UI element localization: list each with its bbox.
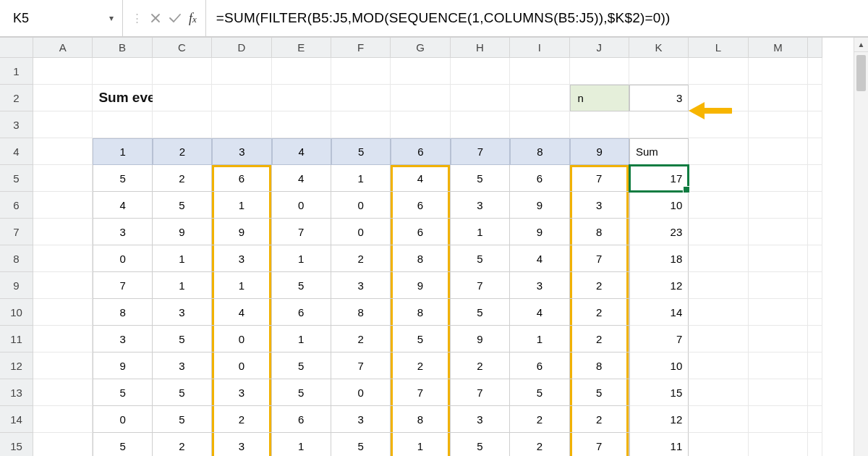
column-header[interactable]: J [570,38,629,58]
data-cell[interactable]: 5 [272,272,331,299]
data-cell[interactable]: 8 [331,299,391,326]
column-header[interactable]: C [153,38,212,58]
data-cell[interactable]: 4 [93,192,152,219]
data-cell[interactable]: 8 [391,245,450,272]
empty-cell[interactable] [212,85,271,111]
column-header[interactable]: D [212,38,271,58]
data-cell[interactable]: 1 [510,326,569,352]
data-cell[interactable]: 4 [510,245,569,272]
empty-cell[interactable] [391,58,450,85]
data-cell[interactable]: 2 [570,406,629,433]
empty-cell[interactable] [749,219,808,245]
data-cell[interactable]: 9 [451,326,510,352]
n-value-cell[interactable]: 3 [629,85,689,111]
empty-cell[interactable] [212,58,271,85]
data-cell[interactable]: 5 [451,299,510,326]
empty-cell[interactable] [689,165,748,192]
empty-cell[interactable] [33,299,93,326]
data-cell[interactable]: 3 [93,326,152,352]
empty-cell[interactable] [749,138,808,165]
empty-cell[interactable] [331,58,391,85]
data-cell[interactable]: 5 [272,352,331,379]
empty-cell[interactable] [749,272,808,299]
empty-cell[interactable] [331,111,391,138]
empty-cell[interactable] [451,111,510,138]
column-header[interactable]: I [510,38,569,58]
data-cell[interactable]: 6 [510,165,569,192]
empty-cell[interactable] [749,433,808,456]
data-cell[interactable]: 2 [510,433,569,456]
data-cell[interactable]: 2 [153,433,212,456]
empty-cell[interactable] [689,379,748,406]
data-cell[interactable]: 1 [272,326,331,352]
empty-cell[interactable] [33,192,93,219]
data-cell[interactable]: 5 [451,165,510,192]
data-cell[interactable]: 0 [93,406,152,433]
empty-cell[interactable] [33,85,93,111]
data-cell[interactable]: 3 [212,245,271,272]
data-cell[interactable]: 2 [451,352,510,379]
data-cell[interactable]: 7 [570,245,629,272]
sum-cell[interactable]: 23 [629,219,689,245]
empty-cell[interactable] [33,165,93,192]
empty-cell[interactable] [272,58,331,85]
empty-cell[interactable] [33,58,93,85]
empty-cell[interactable] [33,245,93,272]
scroll-thumb[interactable] [856,55,866,91]
data-cell[interactable]: 8 [391,299,450,326]
sum-cell[interactable]: 12 [629,272,689,299]
empty-cell[interactable] [33,433,93,456]
column-header[interactable]: B [93,38,152,58]
chevron-down-icon[interactable]: ▾ [109,13,114,23]
data-cell[interactable]: 7 [570,433,629,456]
data-cell[interactable]: 2 [570,326,629,352]
empty-cell[interactable] [749,85,808,111]
data-cell[interactable]: 5 [510,379,569,406]
name-box[interactable]: K5 ▾ [0,0,123,36]
empty-cell[interactable] [749,352,808,379]
data-cell[interactable]: 2 [212,406,271,433]
data-cell[interactable]: 6 [391,192,450,219]
empty-cell[interactable] [689,352,748,379]
empty-cell[interactable] [510,111,569,138]
data-cell[interactable]: 7 [272,219,331,245]
row-header[interactable]: 15 [0,433,33,456]
data-cell[interactable]: 7 [451,379,510,406]
empty-cell[interactable] [749,326,808,352]
data-cell[interactable]: 1 [331,165,391,192]
data-cell[interactable]: 7 [570,165,629,192]
sum-cell[interactable]: 12 [629,406,689,433]
row-header[interactable]: 3 [0,111,33,138]
row-header[interactable]: 9 [0,272,33,299]
vertical-scrollbar[interactable]: ▲ [854,38,868,456]
empty-cell[interactable] [272,85,331,111]
row-header[interactable]: 5 [0,165,33,192]
data-cell[interactable]: 3 [510,272,569,299]
data-cell[interactable]: 5 [93,379,152,406]
data-cell[interactable]: 1 [272,245,331,272]
data-cell[interactable]: 7 [451,272,510,299]
sum-cell[interactable]: 7 [629,326,689,352]
data-cell[interactable]: 1 [272,433,331,456]
data-cell[interactable]: 3 [153,352,212,379]
data-cell[interactable]: 5 [153,192,212,219]
data-cell[interactable]: 6 [391,219,450,245]
empty-cell[interactable] [510,85,569,111]
data-cell[interactable]: 0 [331,219,391,245]
data-cell[interactable]: 6 [212,165,271,192]
data-cell[interactable]: 0 [331,192,391,219]
empty-cell[interactable] [749,245,808,272]
empty-cell[interactable] [33,111,93,138]
empty-cell[interactable] [33,379,93,406]
data-cell[interactable]: 8 [391,406,450,433]
data-cell[interactable]: 3 [331,272,391,299]
empty-cell[interactable] [33,326,93,352]
data-cell[interactable]: 2 [570,299,629,326]
empty-cell[interactable] [689,138,748,165]
row-header[interactable]: 1 [0,58,33,85]
fx-icon[interactable]: fx [189,11,197,26]
sum-cell[interactable]: 10 [629,352,689,379]
formula-input[interactable]: =SUM(FILTER(B5:J5,MOD(SEQUENCE(1,COLUMNS… [206,0,868,36]
column-header[interactable]: H [451,38,510,58]
data-cell[interactable]: 4 [272,165,331,192]
